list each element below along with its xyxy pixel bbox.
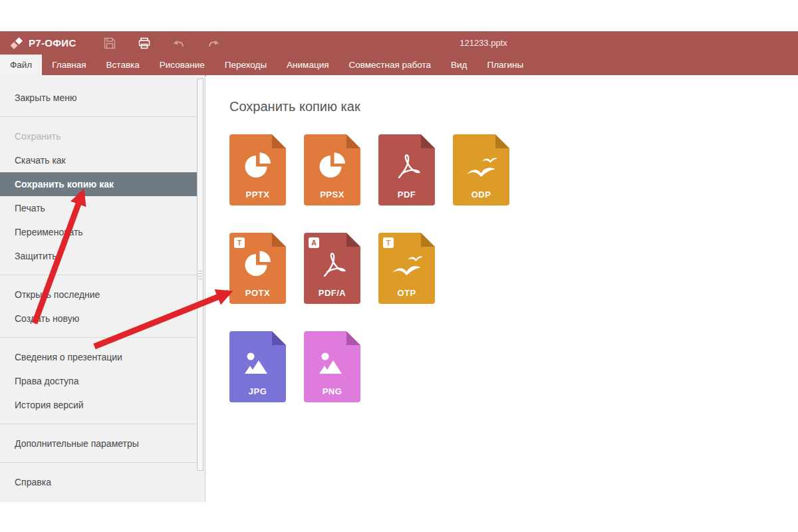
menu-divider — [0, 337, 197, 338]
image-icon — [317, 347, 348, 379]
format-tile-ppsx[interactable]: PPSX — [304, 134, 360, 205]
menu-item-protect[interactable]: Защитить — [0, 244, 197, 268]
format-tile-png[interactable]: PNG — [304, 331, 360, 402]
tab-transitions[interactable]: Переходы — [215, 55, 277, 75]
redo-icon — [206, 36, 221, 51]
format-label: OTP — [378, 288, 435, 298]
format-label: PPTX — [229, 190, 286, 200]
format-tile-jpg[interactable]: JPG — [229, 331, 286, 402]
folded-corner-icon — [421, 134, 435, 148]
gulls-icon — [466, 150, 497, 182]
app-window: Р7-ОФИС 121233.pptx ФайлГлавнаяВставкаРи… — [0, 31, 798, 502]
menu-divider — [0, 462, 197, 463]
ribbon-tab-bar: ФайлГлавнаяВставкаРисованиеПереходыАнима… — [0, 55, 798, 76]
menu-item-open-recent[interactable]: Открыть последние — [0, 283, 197, 307]
print-button[interactable] — [136, 35, 153, 52]
tab-animation[interactable]: Анимация — [277, 55, 338, 75]
folded-corner-icon — [421, 233, 435, 247]
menu-item-advanced-settings[interactable]: Дополнительные параметры — [0, 432, 197, 456]
file-menu-list: Закрыть менюСохранитьСкачать какСохранит… — [0, 86, 205, 494]
pie-chart-icon — [317, 150, 348, 182]
menu-divider — [0, 424, 197, 424]
app-logo: Р7-ОФИС — [9, 31, 76, 55]
folded-corner-icon — [346, 331, 360, 345]
brand-diamonds-icon — [9, 37, 24, 50]
format-label: POTX — [229, 288, 286, 298]
format-tile-otp[interactable]: TOTP — [378, 233, 435, 304]
folded-corner-icon — [272, 331, 286, 345]
print-icon — [137, 36, 152, 51]
menu-item-print[interactable]: Печать — [0, 196, 197, 220]
panel-title: Сохранить копию как — [229, 99, 360, 114]
format-tile-pptx[interactable]: PPTX — [229, 134, 286, 205]
format-label: JPG — [229, 386, 286, 396]
folded-corner-icon — [495, 134, 509, 148]
folded-corner-icon — [346, 233, 360, 247]
menu-divider — [0, 275, 197, 275]
menu-item-save-copy-as[interactable]: Сохранить копию как — [0, 172, 197, 196]
tab-collaboration[interactable]: Совместная работа — [338, 55, 441, 75]
tab-insert[interactable]: Вставка — [96, 55, 150, 75]
top-bar: Р7-ОФИС 121233.pptx — [0, 31, 798, 55]
menu-item-download-as[interactable]: Скачать как — [0, 148, 197, 172]
menu-divider — [0, 116, 197, 117]
folded-corner-icon — [272, 233, 286, 247]
menu-item-save[interactable]: Сохранить — [0, 124, 197, 148]
tab-file[interactable]: Файл — [0, 55, 42, 75]
pie-chart-icon — [242, 150, 274, 182]
acrobat-icon — [391, 150, 423, 182]
tab-draw[interactable]: Рисование — [150, 55, 215, 75]
undo-icon — [172, 36, 186, 51]
format-label: PNG — [304, 386, 360, 396]
undo-button[interactable] — [170, 35, 188, 52]
document-title: 121233.pptx — [417, 31, 550, 55]
quick-access-toolbar — [101, 31, 222, 55]
acrobat-icon — [317, 249, 348, 281]
save-button[interactable] — [101, 35, 118, 52]
menu-item-rename[interactable]: Переименовать — [0, 220, 197, 244]
menu-item-version-history[interactable]: История версий — [0, 393, 197, 417]
menu-item-presentation-info[interactable]: Сведения о презентации — [0, 345, 197, 369]
scrollbar-grip-icon — [198, 271, 202, 281]
save-copy-panel: Сохранить копию как PPTXPPSXPDFODPTPOTXA… — [206, 75, 798, 502]
folded-corner-icon — [346, 134, 360, 148]
template-badge: T — [234, 237, 245, 248]
format-label: PPSX — [304, 190, 360, 200]
menu-item-create-new[interactable]: Создать новую — [0, 307, 197, 331]
save-icon — [102, 36, 117, 51]
folded-corner-icon — [272, 134, 286, 148]
pie-chart-icon — [242, 249, 274, 281]
format-label: ODP — [453, 190, 509, 200]
menu-item-help[interactable]: Справка — [0, 470, 197, 494]
sidebar-scrollbar[interactable] — [197, 78, 203, 471]
template-badge: A — [309, 237, 319, 248]
file-menu-panel: Закрыть менюСохранитьСкачать какСохранит… — [0, 75, 205, 502]
format-label: PDF/A — [304, 288, 360, 298]
gulls-icon — [391, 249, 423, 281]
menu-item-close-menu[interactable]: Закрыть меню — [0, 86, 197, 110]
format-tile-pdf[interactable]: PDF — [378, 134, 435, 205]
tab-view[interactable]: Вид — [441, 55, 477, 75]
redo-button[interactable] — [205, 35, 222, 52]
format-tile-potx[interactable]: TPOTX — [229, 233, 286, 304]
format-label: PDF — [378, 190, 435, 200]
format-tile-pdf-a[interactable]: APDF/A — [304, 233, 360, 304]
tab-home[interactable]: Главная — [42, 55, 96, 75]
brand-name: Р7-ОФИС — [29, 37, 76, 49]
tab-plugins[interactable]: Плагины — [477, 55, 533, 75]
template-badge: T — [383, 237, 394, 248]
menu-item-access-rights[interactable]: Права доступа — [0, 369, 197, 393]
image-icon — [242, 347, 274, 379]
format-tile-odp[interactable]: ODP — [453, 134, 509, 205]
